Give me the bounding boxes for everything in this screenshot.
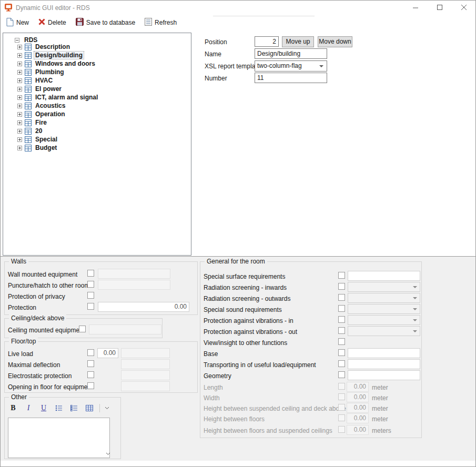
number-input[interactable]: 11 <box>255 73 327 83</box>
expand-icon[interactable] <box>17 70 22 75</box>
geometry-input[interactable] <box>348 370 420 380</box>
tree-item-plumbing[interactable]: Plumbing <box>17 68 65 76</box>
special-sound-checkbox[interactable] <box>338 305 345 312</box>
vibrations-out-checkbox[interactable] <box>338 327 345 334</box>
opening-in-floor-input[interactable] <box>121 381 170 391</box>
length-checkbox[interactable] <box>338 383 345 390</box>
toolbar-overflow-button[interactable] <box>105 407 109 410</box>
height-floors-suspended-ceilings-input[interactable]: 0.00 <box>347 425 369 435</box>
special-surface-checkbox[interactable] <box>338 272 345 279</box>
move-up-button[interactable]: Move up <box>282 36 314 47</box>
live-load-checkbox[interactable] <box>87 349 94 356</box>
radiation-outwards-dropdown[interactable] <box>348 293 420 303</box>
maximize-button[interactable] <box>428 0 452 15</box>
ceiling-mounted-equipment-checkbox[interactable] <box>79 326 86 332</box>
expand-icon[interactable] <box>17 129 22 134</box>
xsl-template-dropdown[interactable]: two-column-flag <box>255 60 327 72</box>
numbered-list-button[interactable] <box>69 403 79 413</box>
position-input[interactable]: 2 <box>255 36 279 47</box>
tree-item-20[interactable]: 20 <box>17 127 43 135</box>
close-button[interactable] <box>452 0 476 15</box>
vibrations-in-checkbox[interactable] <box>338 316 345 323</box>
tree-item-description[interactable]: Description <box>17 43 71 51</box>
expand-icon[interactable] <box>17 112 22 117</box>
base-input[interactable] <box>348 348 420 358</box>
width-checkbox[interactable] <box>338 393 345 400</box>
expand-icon[interactable] <box>17 120 22 125</box>
tree-item-ict-alarm-signal[interactable]: ICT, alarm and signal <box>17 93 99 101</box>
vibrations-out-dropdown[interactable] <box>348 326 420 336</box>
tree-item-el-power[interactable]: El power <box>17 85 63 93</box>
expand-icon[interactable] <box>17 53 22 58</box>
form-row-length: Length 0.00 meter <box>200 382 421 392</box>
geometry-checkbox[interactable] <box>338 371 345 378</box>
protection-checkbox[interactable] <box>87 303 94 310</box>
maximal-deflection-checkbox[interactable] <box>87 360 94 367</box>
expand-icon[interactable] <box>17 104 22 108</box>
view-insight-checkbox[interactable] <box>338 338 345 345</box>
radiation-inwards-dropdown[interactable] <box>348 282 420 292</box>
protection-of-privacy-checkbox[interactable] <box>87 292 94 299</box>
expand-icon[interactable] <box>17 95 22 100</box>
live-load-value-input[interactable]: 0.00 <box>97 348 118 358</box>
save-to-database-button[interactable]: Save to database <box>74 16 137 29</box>
refresh-button[interactable]: Refresh <box>143 16 179 29</box>
tree-item-special[interactable]: Special <box>17 135 58 144</box>
protection-input[interactable]: 0.00 <box>98 302 189 312</box>
delete-button[interactable]: Delete <box>36 17 68 28</box>
italic-button[interactable]: I <box>23 403 34 413</box>
electrostatic-protection-input[interactable] <box>121 370 170 380</box>
base-checkbox[interactable] <box>338 349 345 356</box>
tree-item-acoustics[interactable]: Acoustics <box>17 101 66 110</box>
electrostatic-protection-checkbox[interactable] <box>87 371 94 378</box>
expand-icon[interactable] <box>17 45 22 49</box>
transporting-checkbox[interactable] <box>338 360 345 367</box>
length-input[interactable]: 0.00 <box>347 382 369 392</box>
other-richtext-area[interactable] <box>8 418 110 458</box>
name-input[interactable]: Design/building <box>255 48 327 59</box>
tree-item-operation[interactable]: Operation <box>17 110 66 118</box>
new-button[interactable]: New <box>4 16 31 29</box>
minimize-button[interactable] <box>403 0 428 15</box>
transporting-input[interactable] <box>348 359 420 369</box>
field-label: Wall mounted equipment <box>8 271 77 278</box>
expand-icon[interactable] <box>17 62 22 66</box>
width-input[interactable]: 0.00 <box>347 392 369 402</box>
radiation-inwards-checkbox[interactable] <box>338 283 345 290</box>
expand-icon[interactable] <box>17 137 22 142</box>
underline-button[interactable]: U <box>38 403 49 413</box>
puncture-hatch-checkbox[interactable] <box>87 281 94 288</box>
expand-icon[interactable] <box>17 87 22 92</box>
height-between-floors-input[interactable]: 0.00 <box>347 413 369 423</box>
puncture-hatch-input[interactable] <box>98 280 170 290</box>
expand-icon[interactable] <box>17 146 22 150</box>
chevron-down-icon <box>105 407 109 410</box>
tree-item-hvac[interactable]: HVAC <box>17 76 54 85</box>
resize-chevron-button[interactable] <box>106 452 110 455</box>
move-down-button[interactable]: Move down <box>318 36 352 47</box>
tree-item-fire[interactable]: Fire <box>17 118 48 127</box>
height-between-floors-checkbox[interactable] <box>338 414 345 421</box>
height-suspended-ceiling-input[interactable]: 0.00 <box>347 403 369 413</box>
height-suspended-ceiling-checkbox[interactable] <box>338 404 345 411</box>
wall-mounted-equipment-checkbox[interactable] <box>87 270 94 277</box>
special-surface-input[interactable] <box>348 271 420 281</box>
bold-button[interactable]: B <box>8 403 18 413</box>
bullet-list-icon <box>55 405 63 411</box>
expand-icon[interactable] <box>17 78 22 83</box>
tree-item-design-building[interactable]: Design/building <box>17 51 84 59</box>
tree-item-budget[interactable]: Budget <box>17 144 58 152</box>
ceiling-mounted-equipment-input[interactable] <box>89 324 161 334</box>
wall-mounted-equipment-input[interactable] <box>98 269 170 279</box>
live-load-note-input[interactable] <box>121 348 170 358</box>
bullet-list-button[interactable] <box>54 403 64 413</box>
vibrations-in-dropdown[interactable] <box>348 315 420 325</box>
tree-item-windows-and-doors[interactable]: Windows and doors <box>17 59 96 68</box>
maximal-deflection-input[interactable] <box>121 359 170 369</box>
radiation-outwards-checkbox[interactable] <box>338 294 345 301</box>
insert-table-button[interactable] <box>84 403 95 413</box>
opening-in-floor-checkbox[interactable] <box>87 382 94 389</box>
height-floors-suspended-ceilings-checkbox[interactable] <box>338 426 345 433</box>
collapse-icon[interactable] <box>15 38 19 43</box>
special-sound-dropdown[interactable] <box>348 304 420 314</box>
